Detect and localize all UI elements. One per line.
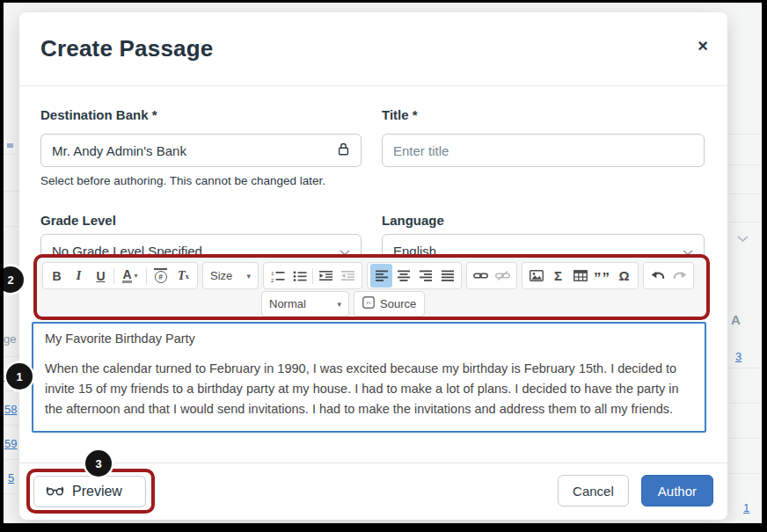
glasses-icon (46, 484, 64, 499)
image-icon[interactable] (525, 264, 547, 288)
divider (727, 222, 762, 222)
align-right-icon[interactable] (414, 264, 436, 288)
close-icon[interactable]: × (698, 37, 708, 55)
divider (727, 134, 762, 135)
destination-bank-helper: Select before authoring. This cannot be … (40, 174, 325, 187)
divider (4, 226, 19, 227)
svg-text:1: 1 (271, 270, 274, 275)
source-label: Source (380, 297, 416, 310)
preview-button[interactable]: Preview (33, 476, 146, 507)
divider (4, 356, 19, 357)
source-button[interactable]: ‹› Source (354, 291, 425, 317)
toolbar-group-align (367, 262, 462, 289)
chevron-down-icon[interactable] (737, 230, 749, 246)
divider (4, 459, 19, 460)
divider (727, 438, 762, 439)
toolbar-group-insert: Σ ”” Ω (522, 262, 639, 289)
divider (4, 191, 19, 192)
paragraph-format-dropdown[interactable]: Normal ▾ (261, 291, 349, 317)
undo-icon[interactable] (646, 264, 668, 288)
divider (727, 403, 762, 404)
author-button[interactable]: Author (641, 475, 713, 506)
italic-icon[interactable]: I (68, 264, 90, 288)
paragraph-format-label: Normal (269, 297, 306, 310)
divider (727, 368, 762, 368)
toolbar-group-basicstyles: B I U A ▾ # Tx (42, 262, 198, 289)
page-background: ge Clu 58 59 5 A 3 1 Create Passage × De… (4, 3, 762, 523)
math-sigma-icon[interactable]: Σ (547, 264, 569, 288)
editor-toolbar-callout: B I U A ▾ # Tx Size (33, 254, 710, 320)
remove-format-icon[interactable]: Tx (172, 264, 194, 288)
divider (4, 154, 19, 155)
align-center-icon[interactable] (392, 264, 414, 288)
cancel-button[interactable]: Cancel (558, 475, 629, 506)
preview-button-label: Preview (72, 484, 122, 499)
annotation-badge-2: 2 (4, 266, 24, 293)
divider (727, 193, 762, 194)
grade-level-label: Grade Level (40, 213, 116, 228)
destination-bank-value: Mr. Andy Admin's Bank (52, 143, 337, 158)
language-label: Language (382, 213, 444, 228)
divider (146, 268, 147, 284)
destination-bank-select[interactable]: Mr. Andy Admin's Bank (40, 134, 362, 167)
numbered-list-icon[interactable]: 12 (267, 264, 289, 288)
divider (4, 493, 19, 494)
special-character-omega-icon[interactable]: Ω (613, 264, 635, 288)
cancel-button-label: Cancel (573, 484, 614, 499)
toolbar-group-links (466, 262, 517, 289)
modal-title: Create Passage (40, 35, 213, 62)
title-label: Title * (382, 107, 418, 122)
divider (727, 164, 762, 165)
author-button-label: Author (658, 484, 697, 499)
passage-content-editor[interactable]: My Favorite Birthday Party When the cale… (32, 322, 706, 433)
underline-icon[interactable]: U (90, 264, 112, 288)
background-link[interactable]: 58 (4, 403, 17, 416)
toolbar-group-history (643, 262, 694, 289)
blank-circled-hash-icon[interactable]: # (149, 264, 172, 288)
background-link[interactable]: 3 (735, 350, 741, 363)
create-passage-modal: Create Passage × Destination Bank * Mr. … (19, 12, 727, 520)
toolbar-row-1: B I U A ▾ # Tx Size (42, 262, 701, 289)
table-icon[interactable] (569, 264, 591, 288)
chevron-down-icon: ▾ (246, 272, 251, 281)
align-justify-icon[interactable] (436, 264, 458, 288)
divider (4, 390, 19, 391)
svg-text:2: 2 (271, 277, 274, 282)
destination-bank-label: Destination Bank * (40, 107, 157, 122)
blockquote-icon[interactable]: ”” (591, 264, 613, 288)
background-column-header: A (731, 312, 741, 327)
align-left-icon[interactable] (370, 264, 392, 288)
annotation-badge-1: 1 (6, 363, 33, 390)
divider (312, 268, 313, 284)
font-size-dropdown[interactable]: Size ▾ (202, 262, 259, 289)
toolbar-row-2: Normal ▾ ‹› Source (261, 291, 701, 317)
passage-body-paragraph: When the calendar turned to February in … (45, 359, 693, 419)
lock-icon (337, 142, 350, 159)
toolbar-group-lists: 12 (263, 262, 362, 289)
title-input[interactable] (382, 134, 705, 167)
text-color-icon[interactable]: A ▾ (116, 264, 144, 288)
background-text: ge (4, 332, 16, 346)
link-icon[interactable] (470, 264, 492, 288)
chevron-down-icon: ▾ (337, 300, 341, 309)
svg-text:‹›: ‹› (366, 299, 371, 307)
background-link[interactable]: 5 (8, 471, 14, 485)
unlink-icon[interactable] (492, 264, 514, 288)
modal-header: Create Passage × (19, 12, 727, 86)
indent-icon[interactable] (315, 264, 337, 288)
modal-footer: Preview Cancel Author (19, 463, 727, 520)
bulleted-list-icon[interactable] (289, 264, 310, 288)
annotation-badge-3: 3 (85, 450, 112, 477)
divider (727, 473, 762, 474)
background-link[interactable]: 1 (743, 501, 749, 514)
passage-title-line: My Favorite Birthday Party (45, 332, 693, 346)
bold-icon[interactable]: B (46, 264, 68, 288)
divider (113, 268, 114, 284)
background-link[interactable]: 59 (4, 437, 17, 450)
source-doc-icon: ‹› (362, 296, 375, 311)
background-marker (7, 143, 13, 148)
font-size-label: Size (210, 269, 232, 282)
outdent-icon[interactable] (337, 264, 359, 288)
redo-icon[interactable] (668, 264, 690, 288)
divider (4, 425, 19, 426)
